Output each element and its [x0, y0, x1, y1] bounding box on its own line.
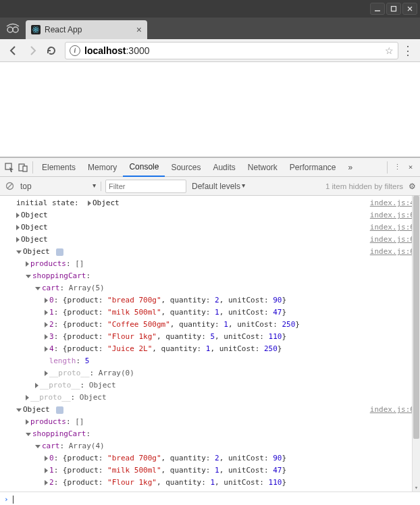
devtools-tabbar: ElementsMemoryConsoleSourcesAuditsNetwor…: [0, 158, 420, 177]
chevron-down-icon: ▸: [91, 184, 99, 188]
console-array-item[interactable]: 4: {product: "Juice 2L", quantity: 1, un…: [16, 343, 415, 355]
console-object-property[interactable]: cart: Array(4): [16, 440, 415, 452]
console-object-property[interactable]: products: []: [16, 416, 415, 428]
console-proto[interactable]: __proto__: Object: [16, 379, 415, 392]
source-link[interactable]: index.js:6: [370, 246, 415, 258]
console-array-item[interactable]: 1: {product: "milk 500ml", quantity: 1, …: [16, 464, 415, 477]
console-input[interactable]: ›: [0, 491, 420, 505]
console-array-item[interactable]: 3: {product: "Juice 2L", quantity: 1, un…: [16, 489, 415, 491]
window-titlebar: [0, 0, 420, 18]
reload-button[interactable]: [43, 43, 59, 59]
console-scrollbar[interactable]: ▾: [412, 196, 420, 491]
bookmark-star-icon[interactable]: ☆: [385, 45, 394, 56]
log-levels-selector[interactable]: Default levels ▸: [192, 182, 246, 191]
devtools-tab-audits[interactable]: Audits: [207, 158, 241, 177]
inspect-element-icon[interactable]: [3, 161, 16, 174]
device-toolbar-icon[interactable]: [16, 161, 30, 174]
console-entry[interactable]: Objectindex.js:6: [16, 221, 415, 234]
clear-console-icon[interactable]: [4, 181, 15, 192]
console-object-property[interactable]: products: []: [16, 258, 415, 270]
maximize-button[interactable]: [386, 3, 401, 15]
console-array-item[interactable]: 3: {product: "Flour 1kg", quantity: 5, u…: [16, 331, 415, 343]
console-context-label: top: [20, 182, 32, 191]
console-array-item[interactable]: 2: {product: "Flour 1kg", quantity: 1, u…: [16, 477, 415, 489]
svg-rect-1: [392, 7, 396, 11]
scrollbar-thumb[interactable]: [413, 196, 419, 439]
console-entry[interactable]: Objectindex.js:6: [16, 209, 415, 221]
scrollbar-down-arrow[interactable]: ▾: [413, 483, 420, 491]
console-array-item[interactable]: 1: {product: "milk 500ml", quantity: 1, …: [16, 307, 415, 319]
hidden-items-message: 1 item hidden by filters: [325, 182, 403, 190]
site-info-icon[interactable]: i: [70, 45, 80, 56]
console-array-item[interactable]: 0: {product: "bread 700g", quantity: 2, …: [16, 294, 415, 307]
console-filter-input[interactable]: [105, 180, 186, 193]
react-favicon: [31, 25, 41, 34]
console-object-property[interactable]: shoppingCart:: [16, 428, 415, 440]
console-array-item[interactable]: 2: {product: "Coffee 500gm", quantity: 1…: [16, 319, 415, 331]
log-levels-label: Default levels: [192, 182, 240, 191]
tab-title: React App: [45, 25, 82, 34]
console-proto[interactable]: __proto__: Object: [16, 392, 415, 404]
devtools-tab-elements[interactable]: Elements: [36, 158, 82, 177]
console-object-property[interactable]: cart: Array(5): [16, 282, 415, 294]
console-filter-bar: top ▸ Default levels ▸ 1 item hidden by …: [0, 177, 420, 196]
console-entry[interactable]: Object index.js:6: [16, 404, 415, 416]
console-object-property: length: 5: [16, 355, 415, 367]
url-text: localhost:3000: [84, 45, 150, 56]
back-button[interactable]: [5, 43, 22, 59]
console-body: initial state: Objectindex.js:4Objectind…: [0, 196, 420, 491]
console-entry[interactable]: Objectindex.js:6: [16, 234, 415, 246]
address-bar[interactable]: i localhost:3000 ☆: [65, 42, 398, 59]
tab-close-icon[interactable]: ×: [136, 24, 142, 35]
svg-point-4: [7, 27, 13, 32]
svg-point-6: [35, 29, 36, 30]
console-settings-icon[interactable]: ⚙: [409, 182, 416, 191]
devtools-panel: ElementsMemoryConsoleSourcesAuditsNetwor…: [0, 157, 420, 505]
source-link[interactable]: index.js:6: [370, 221, 415, 234]
info-badge-icon: [56, 248, 63, 256]
console-context-selector[interactable]: top ▸: [20, 182, 101, 191]
source-link[interactable]: index.js:6: [370, 209, 415, 221]
devtools-tab-overflow[interactable]: »: [342, 158, 359, 177]
source-link[interactable]: index.js:4: [370, 197, 415, 209]
browser-tabstrip: React App ×: [0, 18, 420, 39]
console-array-item[interactable]: 0: {product: "bread 700g", quantity: 2, …: [16, 452, 415, 464]
devtools-tab-network[interactable]: Network: [242, 158, 284, 177]
console-proto[interactable]: __proto__: Array(0): [16, 367, 415, 379]
devtools-tab-memory[interactable]: Memory: [82, 158, 123, 177]
incognito-icon: [0, 18, 26, 39]
svg-line-14: [7, 184, 12, 188]
devtools-menu-button[interactable]: ⋮: [390, 161, 404, 174]
info-badge-icon: [56, 406, 63, 414]
text-cursor: [13, 496, 14, 504]
browser-tab[interactable]: React App ×: [26, 20, 147, 39]
forward-button[interactable]: [24, 43, 41, 59]
source-link[interactable]: index.js:6: [370, 234, 415, 246]
prompt-caret-icon: ›: [4, 495, 9, 504]
console-object-property[interactable]: shoppingCart:: [16, 270, 415, 282]
chevron-down-icon: ▸: [240, 184, 248, 188]
browser-toolbar: i localhost:3000 ☆ ⋮: [0, 39, 420, 62]
browser-menu-button[interactable]: ⋮: [401, 43, 415, 58]
close-button[interactable]: [402, 3, 417, 15]
page-viewport: [0, 62, 420, 157]
svg-rect-12: [23, 166, 27, 171]
devtools-tab-sources[interactable]: Sources: [165, 158, 207, 177]
console-entry[interactable]: initial state: Objectindex.js:4: [16, 197, 415, 209]
svg-point-5: [13, 27, 18, 32]
minimize-button[interactable]: [370, 3, 385, 15]
devtools-tab-console[interactable]: Console: [123, 158, 165, 177]
devtools-tab-performance[interactable]: Performance: [284, 158, 342, 177]
source-link[interactable]: index.js:6: [370, 404, 415, 416]
devtools-close-button[interactable]: ×: [404, 161, 417, 174]
console-entry[interactable]: Object index.js:6: [16, 246, 415, 258]
